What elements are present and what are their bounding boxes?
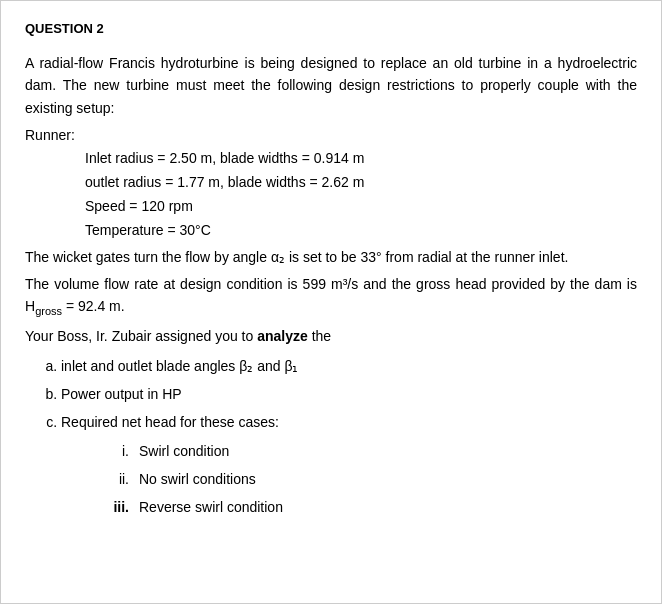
question-label: QUESTION 2 [25, 21, 637, 36]
roman-item-iii: iii. Reverse swirl condition [101, 496, 637, 520]
volume-text: The volume flow rate at design condition… [25, 273, 637, 321]
alpha-item-a-text: inlet and outlet blade angles β₂ and β₁ [61, 358, 299, 374]
hgross-sub: gross [35, 305, 62, 317]
roman-numeral-i: i. [101, 440, 129, 464]
roman-cases: i. Swirl condition ii. No swirl conditio… [81, 440, 637, 519]
runner-specs: Inlet radius = 2.50 m, blade widths = 0.… [25, 147, 637, 242]
roman-numeral-ii: ii. [101, 468, 129, 492]
runner-spec-4: Temperature = 30°C [85, 219, 637, 243]
alpha-item-c-text: Required net head for these cases: [61, 414, 279, 430]
assign-text-part2: the [308, 328, 331, 344]
roman-text-iii: Reverse swirl condition [139, 496, 283, 520]
runner-spec-3: Speed = 120 rpm [85, 195, 637, 219]
roman-numeral-iii: iii. [101, 496, 129, 520]
assign-bold: analyze [257, 328, 308, 344]
intro-text: A radial-flow Francis hydroturbine is be… [25, 52, 637, 119]
alpha-item-b: Power output in HP [61, 383, 637, 407]
wicket-text: The wicket gates turn the flow by angle … [25, 246, 637, 268]
alpha-list: inlet and outlet blade angles β₂ and β₁ … [25, 355, 637, 434]
alpha-item-c: Required net head for these cases: [61, 411, 637, 435]
runner-spec-2: outlet radius = 1.77 m, blade widths = 2… [85, 171, 637, 195]
roman-list: i. Swirl condition ii. No swirl conditio… [25, 440, 637, 519]
alpha-item-b-text: Power output in HP [61, 386, 182, 402]
alpha-item-a: inlet and outlet blade angles β₂ and β₁ [61, 355, 637, 379]
roman-text-ii: No swirl conditions [139, 468, 256, 492]
roman-item-ii: ii. No swirl conditions [101, 468, 637, 492]
roman-item-i: i. Swirl condition [101, 440, 637, 464]
page-container: QUESTION 2 A radial-flow Francis hydrotu… [0, 0, 662, 604]
runner-label: Runner: [25, 127, 637, 143]
roman-text-i: Swirl condition [139, 440, 229, 464]
assign-text-part1: Your Boss, Ir. Zubair assigned you to [25, 328, 257, 344]
runner-spec-1: Inlet radius = 2.50 m, blade widths = 0.… [85, 147, 637, 171]
hgross-val: = 92.4 m. [62, 298, 125, 314]
assign-text: Your Boss, Ir. Zubair assigned you to an… [25, 325, 637, 347]
